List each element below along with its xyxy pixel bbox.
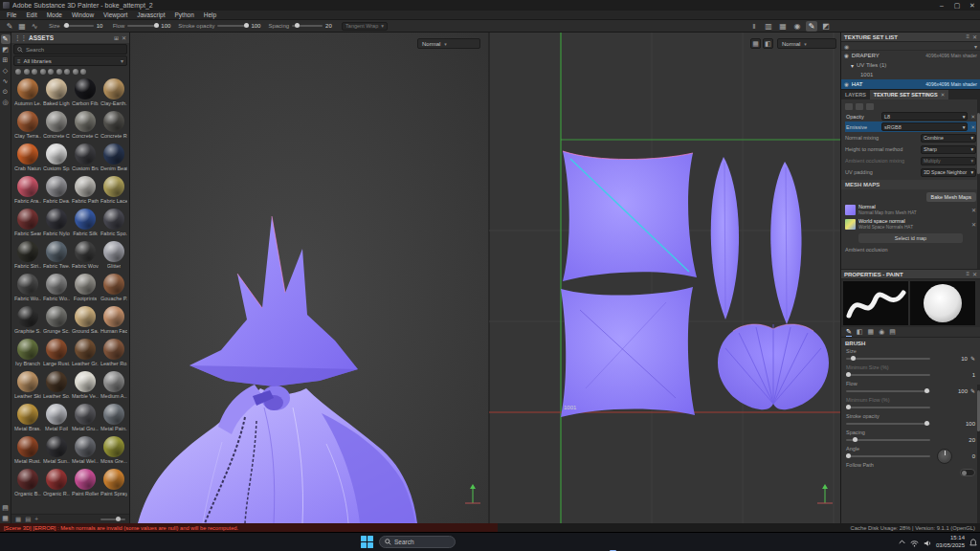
- close-panel-icon[interactable]: ✕: [122, 34, 126, 41]
- emitters-filter[interactable]: [80, 69, 86, 75]
- chevron-down-icon[interactable]: ▾: [851, 62, 854, 69]
- param-slider[interactable]: [846, 455, 930, 457]
- material-preview[interactable]: [910, 281, 975, 325]
- shader-mode-dropdown-2d[interactable]: Normal ▾: [777, 38, 836, 49]
- edge-browser[interactable]: [498, 536, 510, 548]
- shader-mode-dropdown-3d[interactable]: Normal ▾: [417, 38, 480, 49]
- close-button[interactable]: ✕: [965, 0, 980, 11]
- menu-viewport[interactable]: Viewport: [99, 11, 132, 18]
- menu-edit[interactable]: Edit: [21, 11, 41, 18]
- asset-item[interactable]: Fabric Stri...: [14, 241, 41, 274]
- asset-item[interactable]: Fabric Wo...: [14, 274, 41, 306]
- asset-item[interactable]: Footprints: [72, 274, 99, 306]
- pen-pressure-icon[interactable]: ✎: [970, 387, 975, 394]
- menu-help[interactable]: Help: [199, 11, 221, 18]
- param-slider[interactable]: [846, 390, 930, 392]
- uv-wireframe-toggle-icon[interactable]: ◧: [763, 38, 773, 49]
- asset-item[interactable]: Fabric Nylo...: [43, 209, 70, 241]
- discord[interactable]: [552, 536, 565, 548]
- alignment-dropdown[interactable]: Tangent Wrap ▾: [342, 22, 388, 31]
- follow-path-toggle[interactable]: [960, 469, 975, 476]
- taskbar-clock[interactable]: 15:14 03/05/2025: [936, 535, 965, 548]
- asset-item[interactable]: Fabric Silk: [72, 209, 99, 241]
- asset-item[interactable]: Leather So...: [43, 371, 70, 404]
- paint-tool[interactable]: ✎: [1, 34, 11, 44]
- expand-panel-icon[interactable]: ⊞: [114, 34, 119, 41]
- material-picker-tool[interactable]: ◎: [1, 98, 11, 107]
- asset-item[interactable]: Metal Bras...: [14, 404, 41, 436]
- menu-window[interactable]: Window: [67, 11, 99, 18]
- texture-set-row[interactable]: ◉HAT4096x4096 Main shader: [841, 79, 980, 89]
- notifications-icon[interactable]: [969, 534, 977, 551]
- asset-item[interactable]: Fabric Wov...: [72, 241, 99, 274]
- asset-item[interactable]: Paint Spray: [100, 469, 127, 501]
- asset-item[interactable]: Fabric Ara...: [14, 176, 41, 209]
- bake-mesh-maps-button[interactable]: Bake Mesh Maps: [926, 192, 977, 202]
- mesh-map-row[interactable]: NormalNormal Map from Mesh HAT✕: [845, 203, 976, 217]
- polygon-fill-tool[interactable]: ◇: [1, 66, 11, 76]
- close-tab-icon[interactable]: ✕: [941, 92, 946, 98]
- slider-track[interactable]: [63, 25, 94, 27]
- uv-tiles-group-row[interactable]: ▾UV Tiles (1): [841, 60, 980, 70]
- texture-set-row[interactable]: ◉DRAPERY4096x4096 Main shader: [841, 51, 980, 60]
- toolbar-slider-size[interactable]: Size10: [49, 23, 105, 29]
- close-panel-icon[interactable]: ✕: [972, 271, 977, 277]
- task-view[interactable]: [461, 536, 474, 548]
- smudge-tool[interactable]: ∿: [1, 77, 11, 86]
- smart-materials-filter[interactable]: [24, 69, 30, 75]
- brushes-filter[interactable]: [48, 69, 54, 75]
- stroke-preview[interactable]: [843, 281, 908, 325]
- asset-item[interactable]: Custom Bru...: [72, 143, 99, 176]
- grid-icon[interactable]: ▦: [777, 21, 789, 32]
- thumbnail-size-slider[interactable]: [100, 518, 125, 520]
- asset-item[interactable]: Medium A...: [100, 371, 127, 404]
- panel-menu-icon[interactable]: ≡: [966, 271, 969, 277]
- menu-mode[interactable]: Mode: [42, 11, 67, 18]
- slider-track[interactable]: [217, 25, 248, 27]
- remove-channel-icon[interactable]: ✕: [970, 114, 975, 120]
- wifi-icon[interactable]: [910, 534, 919, 551]
- param-control[interactable]: 10✎: [846, 354, 975, 363]
- asset-item[interactable]: Fabric Seam: [14, 209, 41, 241]
- param-slider[interactable]: [846, 439, 930, 441]
- lazy-mouse-icon[interactable]: ∿: [29, 21, 40, 32]
- asset-item[interactable]: Fabric Spo...: [100, 209, 127, 241]
- close-panel-icon[interactable]: ✕: [972, 33, 977, 40]
- brush-tab-icon[interactable]: ✎: [846, 328, 852, 337]
- asset-item[interactable]: Denim Beat...: [100, 143, 127, 176]
- asset-item[interactable]: Organic B...: [14, 469, 41, 501]
- asset-item[interactable]: Metal Wel...: [72, 436, 99, 469]
- asset-item[interactable]: Grunge Sc...: [43, 306, 70, 339]
- param-control[interactable]: [846, 468, 975, 476]
- pen-pressure-icon[interactable]: ✎: [970, 355, 975, 362]
- minimize-button[interactable]: –: [934, 0, 949, 11]
- param-control[interactable]: 0: [846, 452, 975, 460]
- paint-mode-icon[interactable]: ✎: [806, 21, 817, 32]
- channel-row-emissive[interactable]: EmissivesRGB8▾✕: [845, 121, 976, 132]
- uv-tile-row[interactable]: 1001: [841, 70, 980, 79]
- list-view-icon[interactable]: ▤: [25, 516, 31, 523]
- stencil-tab-icon[interactable]: ▦: [868, 328, 875, 336]
- maximize-button[interactable]: ▢: [949, 0, 965, 11]
- channel-list-icon[interactable]: [845, 103, 853, 110]
- mesh-map-row[interactable]: World space normalWorld Space Normals HA…: [845, 217, 976, 231]
- slider-track[interactable]: [292, 25, 323, 27]
- panel-menu-icon[interactable]: ≡: [966, 33, 969, 40]
- asset-item[interactable]: Metal Sun...: [43, 436, 70, 469]
- asset-item[interactable]: Ivy Branch: [14, 339, 41, 371]
- shelf-settings-icon[interactable]: ▦: [1, 514, 11, 523]
- hidden-icons-chevron-icon[interactable]: [899, 539, 905, 545]
- smart-masks-filter[interactable]: [32, 69, 37, 75]
- asset-item[interactable]: Fabric Lace: [100, 176, 127, 209]
- setting-dropdown[interactable]: Sharp▾: [921, 145, 976, 154]
- material-tab-icon[interactable]: ◉: [879, 328, 884, 336]
- asset-item[interactable]: Metal Pain...: [100, 404, 127, 436]
- grid-tab-icon[interactable]: ▤: [889, 328, 896, 336]
- asset-item[interactable]: Metal Rust...: [14, 436, 41, 469]
- asset-item[interactable]: Paint Roller: [72, 469, 99, 501]
- stencil-icon[interactable]: ▦: [16, 21, 28, 32]
- grid-view-icon[interactable]: ▦: [15, 516, 21, 523]
- param-control[interactable]: 100: [846, 419, 975, 428]
- asset-item[interactable]: Baked Ligh...: [43, 78, 70, 111]
- asset-item[interactable]: Autumn Le...: [14, 78, 41, 111]
